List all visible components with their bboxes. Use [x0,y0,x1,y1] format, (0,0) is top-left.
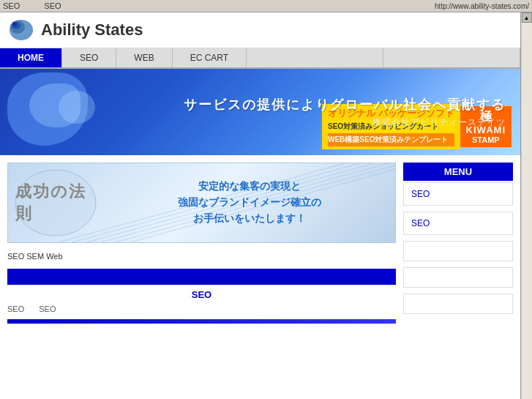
left-content: 成功の法則 安定的な集客の実現と 強固なブランドイメージ確立の お手伝いをいたし… [7,163,396,324]
seo-sub-item-1: SEO [7,305,24,313]
sidebar-item-seo-1[interactable]: SEO [403,182,513,206]
logo-icon [7,18,35,42]
page-wrapper: Ability States HOME SEO WEB EC CART サービス… [0,12,520,399]
hero-main-text: サービスの提供によりグローバル社会へ貢献する [184,96,506,113]
svg-line-7 [101,163,389,242]
sidebar-item-empty-2 [403,267,513,288]
nav-home[interactable]: HOME [0,48,62,67]
right-sidebar: MENU SEO SEO [403,163,513,324]
blue-bar [7,269,396,285]
sidebar-item-empty-3 [403,294,513,314]
seo-keywords: SEO SEM Web [7,252,63,261]
sidebar-item-empty-1 [403,241,513,261]
svg-line-8 [116,163,395,242]
tab-seo-1[interactable]: SEO [3,1,20,10]
scroll-up-button[interactable]: ▲ [522,12,532,23]
success-banner: 成功の法則 安定的な集客の実現と 強固なブランドイメージ確立の お手伝いをいたし… [7,163,396,243]
nav-empty-1 [247,48,383,67]
svg-point-3 [12,22,17,26]
seo-sub-item-2: SEO [39,305,56,313]
main-content: 成功の法則 安定的な集客の実現と 強固なブランドイメージ確立の お手伝いをいたし… [0,155,520,331]
nav-bar: HOME SEO WEB EC CART [0,48,520,69]
brand-sub: STAMP [472,135,500,144]
seo-section-title: SEO [7,289,396,300]
success-circle-container: 成功の法則 [8,166,103,239]
menu-header: MENU [403,163,513,181]
hero-sub-text: 株式会社アビリティーステイツ [184,116,506,129]
tab-seo-2[interactable]: SEO [44,1,61,10]
hero-text-block: サービスの提供によりグローバル社会へ貢献する 株式会社アビリティーステイツ [184,96,520,129]
browser-url: http://www.ability-states.com/ [435,2,529,10]
seo-description: SEO SEM Web [7,250,396,263]
nav-empty-2 [383,48,520,67]
hero-banner: サービスの提供によりグローバル社会へ貢献する 株式会社アビリティーステイツ オリ… [0,69,520,155]
browser-tabs: SEO SEO [3,1,435,10]
nav-web[interactable]: WEB [116,48,172,67]
svg-line-9 [130,163,395,242]
hero-blob-3 [59,91,95,124]
bottom-accent-bar [7,319,396,324]
success-circle-text: 成功の法則 [15,181,103,225]
nav-seo[interactable]: SEO [62,48,116,67]
scroll-track [522,23,532,399]
sidebar-item-seo-2[interactable]: SEO [403,212,513,235]
seo-sub-items: SEO SEO [7,305,396,313]
site-title: Ability States [41,20,143,40]
svg-line-5 [72,163,360,242]
browser-bar: SEO SEO http://www.ability-states.com/ [0,0,532,12]
nav-ec-cart[interactable]: EC CART [173,48,247,67]
svg-line-6 [86,163,374,242]
product-line2: WEB構築SEO対策済みテンプレート [328,133,454,146]
scrollbar: ▲ ▼ [520,12,532,399]
site-header: Ability States [0,12,520,48]
